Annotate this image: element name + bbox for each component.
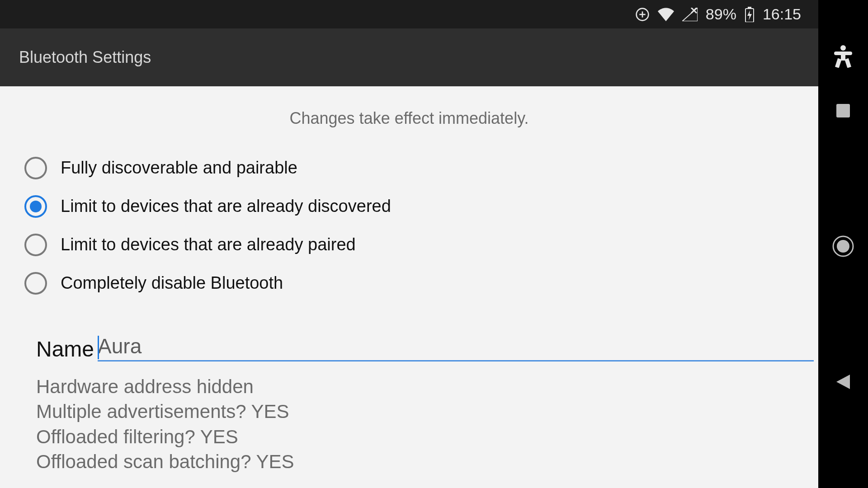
radio-fully-discoverable[interactable]: Fully discoverable and pairable xyxy=(24,149,794,187)
discoverability-radio-group: Fully discoverable and pairable Limit to… xyxy=(0,149,818,302)
radio-label: Limit to devices that are already discov… xyxy=(61,197,391,216)
svg-point-8 xyxy=(840,45,846,51)
status-data-saver-icon xyxy=(635,7,650,22)
system-nav-bar xyxy=(818,0,868,488)
nav-home-button[interactable] xyxy=(818,221,868,271)
status-battery-pct: 89% xyxy=(706,5,736,23)
accessibility-button[interactable] xyxy=(818,32,868,81)
radio-label: Completely disable Bluetooth xyxy=(61,273,283,293)
status-cell-no-signal-icon xyxy=(682,8,698,21)
radio-disable-bluetooth[interactable]: Completely disable Bluetooth xyxy=(24,264,794,302)
status-bar: 89% 16:15 xyxy=(0,0,818,28)
info-multiple-advertisements: Multiple advertisements? YES xyxy=(36,399,814,424)
svg-marker-7 xyxy=(747,10,752,20)
app-bar: Bluetooth Settings xyxy=(0,28,818,86)
info-offloaded-filtering: Offloaded filtering? YES xyxy=(36,424,814,449)
radio-indicator xyxy=(24,272,47,295)
bluetooth-capabilities: Hardware address hidden Multiple adverti… xyxy=(0,361,818,474)
svg-rect-11 xyxy=(835,58,842,68)
info-offloaded-scan-batching: Offloaded scan batching? YES xyxy=(36,449,814,474)
svg-marker-16 xyxy=(836,375,850,389)
svg-rect-10 xyxy=(841,52,845,61)
nav-recents-button[interactable] xyxy=(818,86,868,136)
svg-point-15 xyxy=(837,240,849,253)
radio-indicator xyxy=(24,234,47,256)
page-title: Bluetooth Settings xyxy=(19,48,151,67)
content-area: Changes take effect immediately. Fully d… xyxy=(0,86,818,488)
text-caret xyxy=(98,336,99,359)
notice-text: Changes take effect immediately. xyxy=(0,86,818,149)
radio-limit-paired[interactable]: Limit to devices that are already paired xyxy=(24,225,794,264)
radio-label: Fully discoverable and pairable xyxy=(61,158,297,178)
svg-rect-12 xyxy=(844,58,851,68)
device-screen: 89% 16:15 Bluetooth Settings Changes tak… xyxy=(0,0,818,488)
info-hardware-address: Hardware address hidden xyxy=(36,374,814,399)
svg-rect-13 xyxy=(836,104,850,117)
svg-rect-6 xyxy=(748,7,751,9)
device-name-row: Name xyxy=(0,302,818,361)
device-name-input-wrap[interactable] xyxy=(98,334,814,361)
radio-indicator xyxy=(24,157,47,179)
radio-label: Limit to devices that are already paired xyxy=(61,235,356,254)
device-name-input[interactable] xyxy=(98,334,814,358)
device-name-label: Name xyxy=(36,337,94,361)
status-battery-charging-icon xyxy=(745,7,755,22)
radio-limit-discovered[interactable]: Limit to devices that are already discov… xyxy=(24,187,794,225)
status-wifi-icon xyxy=(658,8,674,21)
radio-indicator xyxy=(24,195,47,218)
status-clock: 16:15 xyxy=(763,5,801,23)
nav-back-button[interactable] xyxy=(818,357,868,407)
